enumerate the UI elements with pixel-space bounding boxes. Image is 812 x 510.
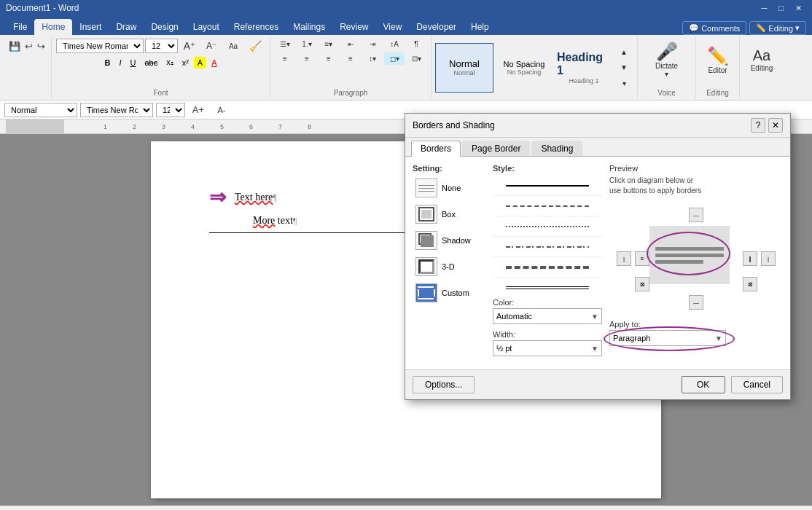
tab-design[interactable]: Design [144, 19, 185, 35]
text-here[interactable]: Text here¶ [235, 192, 277, 203]
options-btn[interactable]: Options... [413, 376, 475, 393]
minimize-btn[interactable]: ─ [757, 3, 772, 14]
borders-shading-dialog[interactable]: Borders and Shading ? ✕ Borders Page Bor… [405, 113, 791, 400]
sort-btn[interactable]: ↕A [384, 38, 405, 50]
maximize-btn[interactable]: □ [774, 3, 788, 14]
tab-insert[interactable]: Insert [72, 19, 109, 35]
width-select[interactable]: ½ pt ▼ [493, 340, 602, 356]
undo-btn[interactable]: ↩ [23, 41, 34, 52]
setting-shadow[interactable]: Shadow [413, 230, 485, 251]
borders-btn[interactable]: ⊡▾ [406, 52, 426, 65]
redo-btn[interactable]: ↪ [36, 41, 47, 52]
numbering-btn[interactable]: 1.▾ [297, 38, 317, 50]
style-line-dashdot[interactable] [493, 237, 602, 257]
tab-review[interactable]: Review [332, 19, 375, 35]
comments-btn[interactable]: 💬Comments [682, 21, 746, 35]
clear-format-btn[interactable]: 🧹 [245, 38, 265, 54]
align-left-btn[interactable]: ≡ [275, 52, 295, 65]
border-btn-br[interactable]: ⊠ [743, 277, 757, 291]
tab-shading[interactable]: Shading [531, 141, 582, 156]
align-right-btn[interactable]: ≡ [319, 52, 339, 65]
style-line-dotted[interactable] [493, 216, 602, 237]
ribbon-tabs-bar: File Home Insert Draw Design Layout Refe… [0, 16, 812, 35]
tab-mailings[interactable]: Mailings [286, 19, 332, 35]
tab-layout[interactable]: Layout [186, 19, 227, 35]
increase-indent-btn[interactable]: ⇥ [362, 38, 383, 50]
styles-scroll-up[interactable]: ▲ [614, 46, 634, 58]
close-btn[interactable]: ✕ [791, 3, 806, 14]
font-color-btn[interactable]: A [208, 57, 220, 68]
setting-custom[interactable]: Custom [413, 282, 485, 304]
tab-help[interactable]: Help [464, 19, 496, 35]
dictate-btn[interactable]: 🎤 Dictate ▾ [650, 38, 683, 82]
border-btn-bl[interactable]: ⊠ [635, 277, 649, 291]
setting-3d[interactable]: 3-D [413, 256, 485, 278]
tab-file[interactable]: File [6, 19, 34, 35]
subscript-btn[interactable]: x₂ [163, 56, 177, 68]
tab-draw[interactable]: Draw [109, 19, 144, 35]
font-grow-btn[interactable]: A⁺ [179, 38, 200, 54]
save-btn[interactable]: 💾 [7, 41, 22, 52]
style-heading1-label: Heading 1 [569, 77, 598, 85]
superscript-btn[interactable]: x² [179, 57, 192, 68]
tab-home[interactable]: Home [34, 19, 72, 35]
shrink-btn-bar[interactable]: A- [211, 103, 232, 117]
border-btn-right[interactable]: | [761, 251, 776, 266]
style-line-thick-dashed[interactable] [493, 257, 602, 278]
tab-borders[interactable]: Borders [411, 141, 461, 157]
shading-btn[interactable]: ◻▾ [384, 52, 405, 65]
style-list[interactable] [493, 176, 602, 292]
style-line-solid[interactable] [493, 176, 602, 196]
justify-btn[interactable]: ≡ [340, 52, 361, 65]
tab-view[interactable]: View [376, 19, 410, 35]
style-line-dashed[interactable] [493, 196, 602, 216]
ok-btn[interactable]: OK [682, 376, 725, 393]
grow-btn-bar[interactable]: A+ [188, 102, 208, 117]
highlight-btn[interactable]: A [194, 57, 206, 68]
dialog-close-btn[interactable]: ✕ [768, 118, 783, 133]
font-size-select[interactable]: 12 [145, 39, 178, 53]
style-no-spacing[interactable]: No Spacing No Spacing [495, 43, 553, 93]
style-dropdown[interactable]: Normal [4, 103, 77, 117]
more-text[interactable]: More text¶ [253, 215, 297, 227]
size-dropdown[interactable]: 12 [156, 103, 185, 117]
editor-btn[interactable]: ✏️ Editor [702, 38, 734, 82]
border-btn-bottom[interactable]: — [689, 295, 703, 310]
border-btn-inside-vert[interactable]: ‖ [743, 251, 757, 266]
italic-btn[interactable]: I [115, 57, 125, 68]
apply-select[interactable]: Paragraph ▼ [609, 330, 726, 346]
tab-page-border[interactable]: Page Border [462, 141, 530, 156]
font-dropdown[interactable]: Times New Roman [80, 103, 153, 117]
editing-group-btn[interactable]: Aa Editing [746, 38, 778, 82]
tab-developer[interactable]: Developer [409, 19, 464, 35]
line-spacing-btn[interactable]: ↕▾ [362, 52, 383, 65]
decrease-indent-btn[interactable]: ⇤ [340, 38, 361, 50]
color-select[interactable]: Automatic ▼ [493, 308, 602, 324]
align-center-btn[interactable]: ≡ [297, 52, 317, 65]
apply-select-wrapper: Paragraph ▼ [609, 330, 726, 352]
setting-box[interactable]: Box [413, 203, 485, 225]
border-btn-left[interactable]: | [617, 251, 631, 266]
change-case-btn[interactable]: Aa [223, 40, 243, 52]
setting-none[interactable]: None [413, 177, 485, 199]
dialog-help-btn[interactable]: ? [751, 118, 765, 133]
dialog-title-text: Borders and Shading [413, 120, 495, 130]
bullets-btn[interactable]: ☰▾ [275, 38, 295, 50]
show-marks-btn[interactable]: ¶ [406, 38, 426, 50]
cancel-btn[interactable]: Cancel [731, 376, 783, 393]
styles-scroll-down[interactable]: ▼ [614, 61, 634, 74]
font-name-select[interactable]: Times New Roman [56, 39, 144, 53]
setting-none-label: None [442, 184, 461, 192]
tab-references[interactable]: References [227, 19, 286, 35]
font-shrink-btn[interactable]: A⁻ [201, 39, 222, 53]
bold-btn[interactable]: B [101, 57, 114, 68]
style-line-double[interactable] [493, 278, 602, 292]
underline-btn[interactable]: U [126, 57, 139, 68]
styles-expand[interactable]: ▾ [614, 77, 634, 90]
style-heading1[interactable]: Heading 1 Heading 1 [555, 43, 613, 93]
multilevel-btn[interactable]: ≡▾ [319, 38, 339, 50]
style-normal[interactable]: Normal Normal [435, 43, 493, 93]
border-btn-top[interactable]: — [689, 208, 703, 222]
editing-btn[interactable]: ✏️Editing▾ [749, 21, 806, 35]
strikethrough-btn[interactable]: abc [141, 57, 161, 68]
